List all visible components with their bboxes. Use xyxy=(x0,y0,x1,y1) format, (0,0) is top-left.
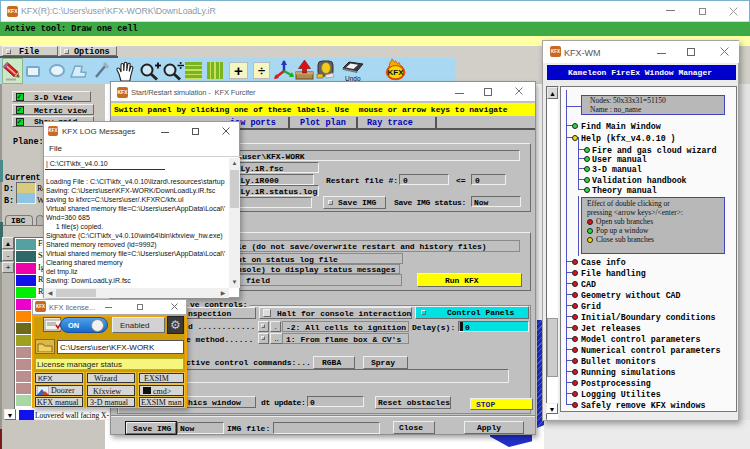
svg-text:KFX: KFX xyxy=(388,68,405,77)
